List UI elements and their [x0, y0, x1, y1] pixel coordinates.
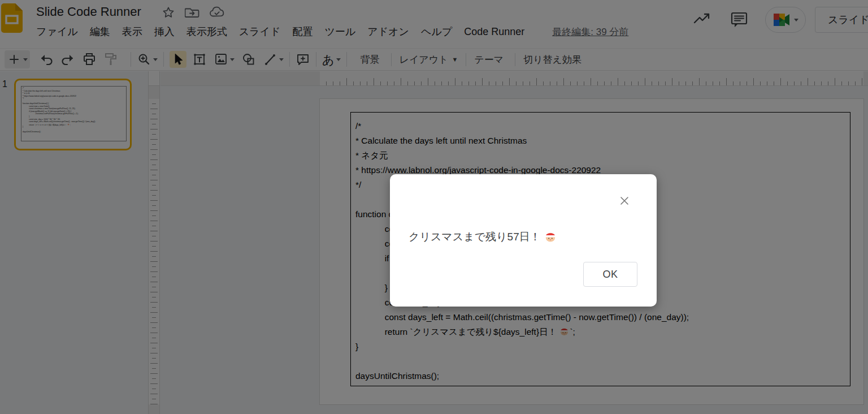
close-icon: [619, 195, 630, 206]
dialog-message: クリスマスまで残り57日！: [409, 230, 557, 244]
ok-button[interactable]: OK: [583, 262, 637, 287]
dialog-close-button[interactable]: [618, 195, 631, 207]
alert-dialog: クリスマスまで残り57日！ OK: [390, 174, 657, 307]
santa-emoji-icon: [544, 230, 557, 243]
